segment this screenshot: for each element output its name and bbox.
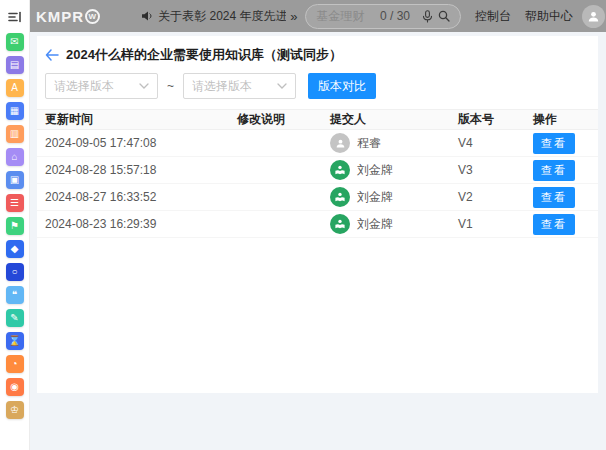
row-action-cell: 查看: [533, 133, 590, 154]
sidebar-fold-icon[interactable]: [5, 7, 25, 27]
hourglass-app-icon[interactable]: ⌛: [6, 332, 24, 350]
pie-app-icon[interactable]: ◔: [6, 355, 24, 373]
app-sidebar: ✉▤A▦▥⌂▣☰⚑◆○❝✎⌛◔◉♔: [0, 0, 30, 450]
avatar: [330, 160, 350, 180]
submitter-name: 程睿: [357, 135, 381, 152]
version-history-card: 2024什么样的企业需要使用知识库（测试同步） 请选择版本 ~ 请选择版本 版本…: [37, 36, 598, 393]
table-header-row: 更新时间 修改说明 提交人 版本号 操作: [37, 109, 598, 130]
announcement-bar[interactable]: 关于表彰 2024 年度先进个人的通... »: [136, 8, 297, 25]
briefcase-app-icon[interactable]: ▤: [6, 56, 24, 74]
back-arrow-icon[interactable]: [45, 49, 59, 61]
row-action-cell: 查看: [533, 214, 590, 235]
chat-app-icon[interactable]: ✉: [6, 33, 24, 51]
logo-text: KMPR: [36, 8, 84, 25]
page-title: 2024什么样的企业需要使用知识库（测试同步）: [66, 46, 342, 64]
compare-versions-button[interactable]: 版本对比: [308, 73, 376, 99]
kmpro-logo: KMPRW: [36, 8, 100, 25]
view-button[interactable]: 查看: [533, 214, 575, 235]
table-row: 2024-08-28 15:57:18 刘金牌 V3 查看: [37, 157, 598, 184]
logo-badge: W: [85, 9, 100, 24]
signature-app-icon[interactable]: ✎: [6, 309, 24, 327]
version-select-from[interactable]: 请选择版本: [45, 73, 158, 99]
photo-app-icon[interactable]: ▣: [6, 171, 24, 189]
handbag-app-icon[interactable]: ⌂: [6, 148, 24, 166]
row-update-time: 2024-09-05 17:47:08: [45, 136, 237, 150]
row-update-time: 2024-08-28 15:57:18: [45, 163, 237, 177]
messages-app-icon[interactable]: ❝: [6, 286, 24, 304]
version-select-from-placeholder: 请选择版本: [54, 78, 139, 95]
app-root: ✉▤A▦▥⌂▣☰⚑◆○❝✎⌛◔◉♔ KMPRW 关于表彰 2024 年度先进个人…: [0, 0, 606, 450]
table-body: 2024-09-05 17:47:08 程睿 V4 查看 2024-08-28 …: [37, 130, 598, 238]
top-bar: KMPRW 关于表彰 2024 年度先进个人的通... » 基金理财 0 / 3…: [30, 0, 606, 32]
search-icon[interactable]: [438, 10, 450, 22]
version-compare-toolbar: 请选择版本 ~ 请选择版本 版本对比: [45, 73, 590, 99]
search-input[interactable]: 基金理财: [316, 8, 380, 25]
hexagon-app-icon[interactable]: ○: [6, 263, 24, 281]
version-select-to[interactable]: 请选择版本: [183, 73, 296, 99]
microphone-icon[interactable]: [422, 10, 433, 23]
col-header-action: 操作: [533, 111, 590, 128]
camera-app-icon[interactable]: ◉: [6, 378, 24, 396]
row-action-cell: 查看: [533, 160, 590, 181]
toolbox-app-icon[interactable]: ▦: [6, 102, 24, 120]
speaker-icon: [141, 10, 153, 22]
row-update-time: 2024-08-23 16:29:39: [45, 217, 237, 231]
version-select-to-placeholder: 请选择版本: [192, 78, 277, 95]
avatar: [330, 214, 350, 234]
row-update-time: 2024-08-27 16:33:52: [45, 190, 237, 204]
table-row: 2024-08-23 16:29:39 刘金牌 V1 查看: [37, 211, 598, 238]
view-button[interactable]: 查看: [533, 187, 575, 208]
translate-app-icon[interactable]: A: [6, 79, 24, 97]
search-char-counter: 0 / 30: [380, 9, 410, 23]
row-version: V3: [458, 163, 533, 177]
view-button[interactable]: 查看: [533, 133, 575, 154]
chevron-down-icon: [277, 83, 287, 89]
row-action-cell: 查看: [533, 187, 590, 208]
range-separator: ~: [167, 79, 174, 93]
col-header-submitter: 提交人: [330, 111, 458, 128]
sidebar-icon-list: ✉▤A▦▥⌂▣☰⚑◆○❝✎⌛◔◉♔: [6, 33, 24, 419]
col-header-note: 修改说明: [237, 111, 330, 128]
row-submitter-cell: 刘金牌: [330, 187, 458, 207]
view-button[interactable]: 查看: [533, 160, 575, 181]
cube-app-icon[interactable]: ◆: [6, 240, 24, 258]
avatar: [330, 133, 350, 153]
avatar: [330, 187, 350, 207]
trophy-app-icon[interactable]: ♔: [6, 401, 24, 419]
table-row: 2024-09-05 17:47:08 程睿 V4 查看: [37, 130, 598, 157]
row-submitter-cell: 刘金牌: [330, 160, 458, 180]
help-center-link[interactable]: 帮助中心: [525, 8, 573, 25]
user-avatar[interactable]: [582, 5, 605, 28]
announcement-text: 关于表彰 2024 年度先进个人的通...: [158, 8, 286, 25]
submitter-name: 刘金牌: [357, 162, 393, 179]
global-search[interactable]: 基金理财 0 / 30: [305, 4, 461, 29]
card-header: 2024什么样的企业需要使用知识库（测试同步）: [37, 36, 598, 64]
row-version: V2: [458, 190, 533, 204]
version-table: 更新时间 修改说明 提交人 版本号 操作 2024-09-05 17:47:08: [37, 109, 598, 238]
row-version: V4: [458, 136, 533, 150]
console-link[interactable]: 控制台: [475, 8, 511, 25]
col-header-version: 版本号: [458, 111, 533, 128]
table-row: 2024-08-27 16:33:52 刘金牌 V2 查看: [37, 184, 598, 211]
map-app-icon[interactable]: ⚑: [6, 217, 24, 235]
id-card-app-icon[interactable]: ▥: [6, 125, 24, 143]
submitter-name: 刘金牌: [357, 216, 393, 233]
notes-app-icon[interactable]: ☰: [6, 194, 24, 212]
col-header-update-time: 更新时间: [45, 111, 237, 128]
row-submitter-cell: 程睿: [330, 133, 458, 153]
row-submitter-cell: 刘金牌: [330, 214, 458, 234]
row-version: V1: [458, 217, 533, 231]
chevron-down-icon: [139, 83, 149, 89]
submitter-name: 刘金牌: [357, 189, 393, 206]
announcement-more-icon[interactable]: »: [290, 9, 297, 24]
